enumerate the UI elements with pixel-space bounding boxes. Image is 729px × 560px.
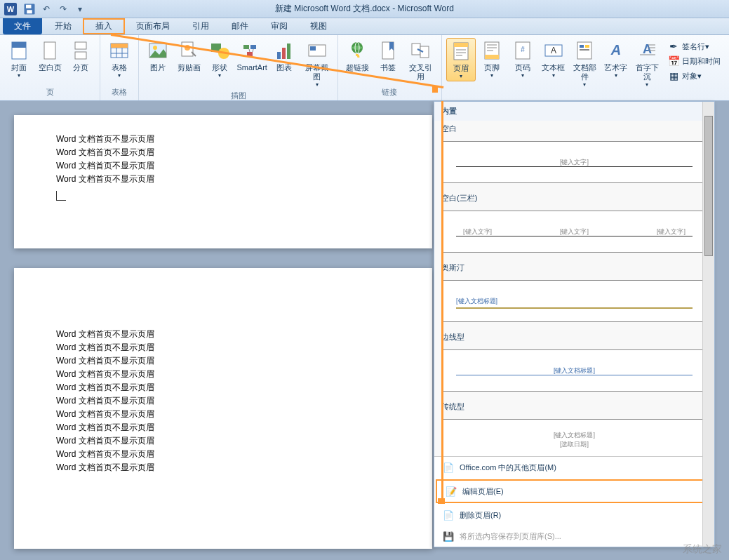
crossref-icon — [409, 39, 432, 62]
window-title: 新建 Microsoft Word 文档.docx - Microsoft Wo… — [275, 3, 454, 15]
doc-text-line: Word 文档首页不显示页眉 — [56, 435, 390, 447]
preview-placeholder: [键入文字] — [560, 158, 589, 167]
svg-rect-1 — [26, 4, 32, 8]
gallery-scrollbar[interactable] — [702, 102, 714, 547]
document-page[interactable]: Word 文档首页不显示页眉 Word 文档首页不显示页眉 Word 文档首页不… — [14, 115, 432, 248]
doc-text-line: Word 文档首页不显示页眉 — [56, 368, 390, 380]
cover-page-icon — [8, 39, 30, 62]
header-gallery-dropdown: 内置 空白 [键入文字] 空白(三栏) [键入文字] [键入文字] [键入文字]… — [434, 101, 715, 547]
doc-text-line: Word 文档首页不显示页眉 — [56, 328, 390, 340]
gallery-item-austin[interactable]: 奥斯汀 — [434, 260, 714, 276]
save-icon[interactable] — [22, 2, 36, 16]
blank-page-icon — [39, 39, 61, 62]
doc-text-line: Word 文档首页不显示页眉 — [56, 448, 390, 460]
table-button[interactable]: 表格 ▾ — [105, 38, 134, 80]
redo-icon[interactable]: ↷ — [56, 2, 70, 16]
dropcap-icon: A — [636, 39, 658, 62]
svg-rect-34 — [454, 43, 468, 47]
chart-button[interactable]: 图表 — [269, 38, 299, 74]
preview-placeholder: [键入文档标题] — [554, 431, 595, 440]
gallery-preview-traditional[interactable]: [键入文档标题] [选取日期] — [441, 419, 707, 461]
tab-file[interactable]: 文件 — [3, 18, 42, 34]
document-page[interactable]: Word 文档首页不显示页眉 Word 文档首页不显示页眉 Word 文档首页不… — [14, 268, 432, 549]
clipart-icon — [178, 39, 200, 62]
more-office-headers[interactable]: 📄 Office.com 中的其他页眉(M) ▸ — [434, 457, 714, 478]
save-selection-menuitem: 💾 将所选内容保存到页眉库(S)... — [434, 526, 714, 547]
gallery-item-traditional[interactable]: 传统型 — [434, 399, 714, 415]
quickparts-button[interactable]: 文档部件 ▾ — [570, 38, 600, 89]
edit-header-icon: 📝 — [446, 486, 457, 497]
app-icon[interactable]: W — [4, 3, 17, 15]
remove-header-menuitem[interactable]: 📄 删除页眉(R) — [434, 505, 714, 526]
chevron-down-icon: ▾ — [552, 72, 555, 79]
svg-text:A: A — [643, 42, 652, 56]
dropcap-button[interactable]: A 首字下沉 ▾ — [632, 38, 662, 89]
screenshot-icon — [306, 39, 328, 62]
chevron-down-icon: ▾ — [521, 72, 524, 79]
tab-review[interactable]: 审阅 — [260, 18, 299, 34]
svg-text:#: # — [521, 46, 525, 53]
chevron-down-icon: ▾ — [316, 81, 319, 88]
annotation-arrow-head — [438, 498, 445, 504]
scroll-thumb[interactable] — [704, 116, 713, 256]
preview-placeholder: [键入文字] — [463, 227, 492, 236]
svg-rect-50 — [580, 49, 589, 51]
doc-text-line: Word 文档首页不显示页眉 — [56, 462, 390, 474]
doc-text-line: Word 文档首页不显示页眉 — [56, 395, 390, 407]
shapes-button[interactable]: 形状 ▾ — [205, 38, 234, 80]
preview-placeholder: [键入文档标题] — [554, 366, 595, 375]
remove-header-icon: 📄 — [443, 509, 454, 521]
annotation-arrow-head — [432, 86, 438, 93]
group-label-pages: 页 — [4, 86, 95, 99]
tab-references[interactable]: 引用 — [181, 18, 220, 34]
gallery-item-blank3[interactable]: 空白(三栏) — [434, 190, 714, 206]
crossref-button[interactable]: 交叉引用 — [404, 38, 436, 83]
blank-page-button[interactable]: 空白页 — [35, 38, 65, 74]
object-button[interactable]: ▦对象 ▾ — [665, 69, 723, 83]
tab-mailings[interactable]: 邮件 — [220, 18, 260, 34]
tab-layout[interactable]: 页面布局 — [125, 18, 181, 34]
chevron-down-icon: ▾ — [615, 72, 617, 79]
edit-header-menuitem[interactable]: 📝 编辑页眉(E) — [436, 479, 713, 503]
svg-rect-6 — [75, 42, 86, 49]
tab-insert[interactable]: 插入 — [83, 18, 125, 34]
page-break-button[interactable]: 分页 — [66, 38, 95, 74]
group-links: 超链接 书签 交叉引用 链接 — [338, 35, 441, 100]
gallery-preview-austin[interactable]: [键入文档标题] — [441, 280, 707, 322]
quickparts-icon — [573, 39, 596, 62]
page-corner-marker — [56, 191, 66, 201]
qat-dropdown-icon[interactable]: ▾ — [73, 2, 87, 16]
gallery-item-sideline[interactable]: 边线型 — [434, 329, 714, 345]
svg-rect-24 — [282, 48, 286, 59]
group-tables: 表格 ▾ 表格 — [100, 35, 139, 100]
gallery-heading-builtin: 内置 — [434, 102, 714, 121]
screenshot-button[interactable]: 屏幕截图 ▾ — [300, 38, 333, 89]
wordart-button[interactable]: A 艺术字 ▾ — [601, 38, 631, 80]
cover-page-button[interactable]: 封面 ▾ — [4, 38, 34, 80]
gallery-item-blank[interactable]: 空白 — [434, 121, 714, 137]
doc-text-line: Word 文档首页不显示页眉 — [56, 342, 390, 354]
bookmark-button[interactable]: 书签 — [373, 38, 403, 74]
gallery-preview-blank3[interactable]: [键入文字] [键入文字] [键入文字] — [441, 211, 707, 253]
textbox-icon: A — [542, 39, 565, 62]
clipart-button[interactable]: 剪贴画 — [174, 38, 203, 74]
textbox-button[interactable]: A 文本框 ▾ — [539, 38, 568, 80]
doc-text-line: Word 文档首页不显示页眉 — [56, 422, 390, 434]
chart-icon — [273, 39, 295, 62]
hyperlink-button[interactable]: 超链接 — [342, 38, 372, 74]
gallery-preview-sideline[interactable]: [键入文档标题] — [441, 349, 707, 392]
gallery-preview-blank[interactable]: [键入文字] — [441, 141, 707, 183]
svg-rect-21 — [250, 45, 256, 49]
signature-button[interactable]: ✒签名行 ▾ — [665, 39, 723, 53]
footer-button[interactable]: 页脚 ▾ — [477, 38, 507, 80]
doc-text-line: Word 文档首页不显示页眉 — [56, 408, 390, 420]
svg-rect-20 — [243, 45, 249, 49]
tab-home[interactable]: 开始 — [44, 18, 83, 34]
header-button[interactable]: 页眉 ▾ — [446, 38, 476, 81]
table-icon — [108, 39, 131, 62]
tab-view[interactable]: 视图 — [299, 18, 338, 34]
chevron-down-icon: ▾ — [583, 81, 586, 88]
pagenum-button[interactable]: # 页码 ▾ — [508, 38, 537, 80]
datetime-button[interactable]: 📅日期和时间 — [665, 54, 723, 68]
undo-icon[interactable]: ↶ — [39, 2, 53, 16]
